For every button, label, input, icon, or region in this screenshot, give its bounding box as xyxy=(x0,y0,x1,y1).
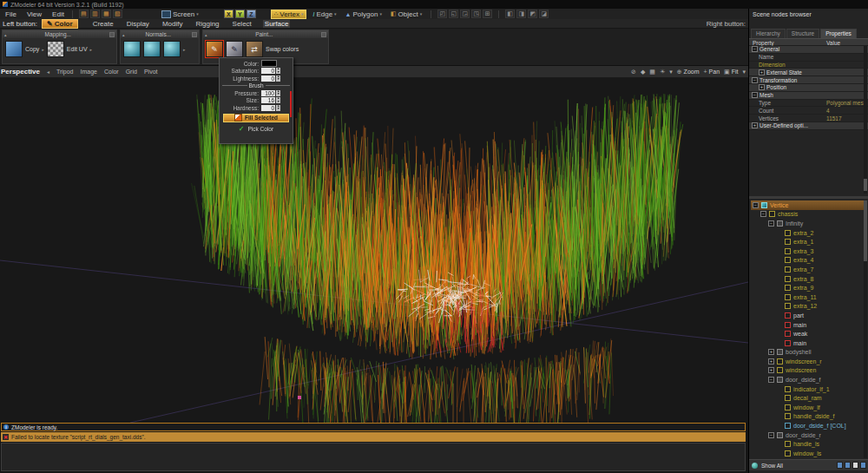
zoom-button[interactable]: ⊕ Zoom xyxy=(677,69,700,76)
tree-node[interactable]: main xyxy=(751,338,864,348)
property-row[interactable]: −Mesh xyxy=(749,92,868,100)
mode-polygon-button[interactable]: ▲Polygon▾ xyxy=(343,10,385,19)
view-filter-icon-4[interactable] xyxy=(860,462,866,469)
extra-toolbar-icon-2[interactable]: ◨ xyxy=(516,10,526,18)
edit-uv-icon[interactable] xyxy=(47,41,64,57)
show-all-button[interactable]: Show All xyxy=(761,463,783,469)
property-row[interactable]: Count4 xyxy=(749,107,868,115)
tree-node[interactable]: door_dside_f [COL] xyxy=(751,421,864,430)
lightness-value[interactable]: 0 xyxy=(261,76,275,82)
spinner-down-icon[interactable]: ▼ xyxy=(277,78,279,82)
tree-node[interactable]: −door_dside_r xyxy=(751,430,864,440)
pressure-spinner[interactable]: ▲▼ xyxy=(276,90,280,96)
property-row[interactable]: Name xyxy=(749,54,868,62)
swap-icon[interactable]: ⇄ xyxy=(246,41,263,57)
copy-icon[interactable] xyxy=(5,41,23,57)
expand-toggle[interactable]: + xyxy=(768,349,774,355)
expand-toggle[interactable]: + xyxy=(768,367,774,373)
tree-node[interactable]: extra_2 xyxy=(751,228,864,238)
expand-toggle[interactable]: − xyxy=(768,220,774,227)
extra-toolbar-icon-1[interactable]: ◧ xyxy=(505,10,515,18)
tree-node[interactable]: extra_7 xyxy=(751,265,864,274)
expand-toggle[interactable]: − xyxy=(752,77,758,83)
size-value[interactable]: 16 xyxy=(261,97,275,103)
color-swatch[interactable] xyxy=(261,60,277,67)
mode-object-button[interactable]: ◧Object▾ xyxy=(388,10,424,19)
property-scrollbar[interactable] xyxy=(864,46,867,194)
tree-node[interactable]: part xyxy=(751,311,864,320)
light-toggle-icon[interactable]: ☀ xyxy=(660,69,665,76)
expand-toggle[interactable]: − xyxy=(753,202,759,208)
spinner-down-icon[interactable]: ▼ xyxy=(277,101,279,104)
tree-node[interactable]: +windscreen xyxy=(751,366,864,376)
expand-toggle[interactable]: + xyxy=(768,358,774,365)
hardness-value[interactable]: 0 xyxy=(261,105,275,111)
viewport-3d[interactable] xyxy=(0,78,748,423)
tree-node[interactable]: −Vertice xyxy=(751,200,864,210)
status-message-error[interactable]: ✖ Failed to locate texture "script_rt_di… xyxy=(1,432,746,442)
tree-node[interactable]: extra_3 xyxy=(751,246,864,256)
axis-y-button[interactable]: Y xyxy=(235,10,245,18)
edit-uv-button[interactable]: Edit UV xyxy=(67,46,88,52)
property-row[interactable]: TypePolygonal mesh xyxy=(749,100,868,108)
view-filter-icon-3[interactable] xyxy=(852,462,858,469)
panel-splitter[interactable] xyxy=(749,196,868,199)
edit-toolbar-icon-4[interactable]: ◳ xyxy=(471,10,481,18)
extra-toolbar-icon-4[interactable]: ◪ xyxy=(539,10,549,18)
nodraw-icon[interactable]: ⊘ xyxy=(631,69,636,76)
normals-smooth-icon[interactable] xyxy=(143,41,161,57)
expand-toggle[interactable]: + xyxy=(759,69,765,76)
pan-button[interactable]: + Pan xyxy=(704,69,720,75)
tab-structure[interactable]: Structure xyxy=(786,29,819,38)
color-tool-button[interactable]: ✎ Color xyxy=(42,19,78,29)
saturation-value[interactable]: 0 xyxy=(261,68,275,74)
property-scrollbar-thumb[interactable] xyxy=(864,179,867,191)
tree-scrollbar-thumb[interactable] xyxy=(864,200,867,261)
file-toolbar-icon-3[interactable]: ▦ xyxy=(102,10,111,18)
flyout-arrow-icon[interactable]: ▸ xyxy=(42,47,44,52)
menu-create[interactable]: Create xyxy=(91,20,115,28)
edit-toolbar-icon-1[interactable]: ◰ xyxy=(437,10,447,18)
axis-x-button[interactable]: X xyxy=(224,10,233,18)
tree-node[interactable]: handle_dside_f xyxy=(751,412,864,422)
vp-menu-grid[interactable]: Grid xyxy=(126,69,137,75)
normals-auto-icon[interactable] xyxy=(163,41,181,57)
expand-toggle[interactable]: − xyxy=(760,211,766,217)
property-row[interactable]: +User-Defined opti... xyxy=(749,122,868,130)
tree-node[interactable]: extra_1 xyxy=(751,237,864,246)
spinner-down-icon[interactable]: ▼ xyxy=(277,108,279,111)
tree-node[interactable]: main xyxy=(751,320,864,330)
normals-panel-header[interactable]: ▴ Normals... xyxy=(121,30,199,38)
mode-edge-button[interactable]: /Edge▾ xyxy=(310,10,339,19)
spinner-down-icon[interactable]: ▼ xyxy=(277,93,279,96)
file-toolbar-icon-2[interactable]: ▥ xyxy=(90,10,100,18)
copy-button[interactable]: Copy xyxy=(25,46,39,52)
collapse-left-icon[interactable]: ◄ xyxy=(46,69,50,75)
tree-node[interactable]: indicator_lf_1 xyxy=(751,384,864,394)
tab-hierarchy[interactable]: Hierarchy xyxy=(751,29,786,38)
file-toolbar-icon-4[interactable]: ▧ xyxy=(113,10,122,18)
axis-z-button[interactable]: Z xyxy=(247,10,256,18)
mode-vertex-button[interactable]: ∴Vertex▾ xyxy=(271,10,307,19)
flyout-arrow-icon[interactable]: ▸ xyxy=(183,47,186,52)
tree-node[interactable]: extra_8 xyxy=(751,274,864,284)
view-label[interactable]: Perspective xyxy=(1,68,40,76)
property-row[interactable]: +Position xyxy=(749,84,868,92)
property-row[interactable]: −General xyxy=(749,46,868,54)
size-spinner[interactable]: ▲▼ xyxy=(276,97,280,103)
expand-toggle[interactable]: + xyxy=(752,122,758,128)
grid-toggle-icon[interactable]: ▦ xyxy=(649,69,655,76)
expand-toggle[interactable]: + xyxy=(759,84,765,90)
expand-toggle[interactable]: − xyxy=(752,46,758,52)
saturation-spinner[interactable]: ▲▼ xyxy=(276,68,280,74)
menu-surface[interactable]: Surface xyxy=(263,20,291,28)
property-row[interactable]: −Transformation xyxy=(749,76,868,84)
chevron-down-icon[interactable]: ▾ xyxy=(669,69,673,76)
vp-menu-color[interactable]: Color xyxy=(104,69,119,75)
tree-node[interactable]: +bodyshell xyxy=(751,348,864,358)
tree-node[interactable]: window_lf xyxy=(751,403,864,412)
vp-menu-image[interactable]: Image xyxy=(80,69,96,75)
tree-node[interactable]: window_ls xyxy=(751,449,864,458)
fill-selected-button[interactable]: Fill Selected xyxy=(223,114,289,122)
menu-edit[interactable]: Edit xyxy=(50,10,66,18)
